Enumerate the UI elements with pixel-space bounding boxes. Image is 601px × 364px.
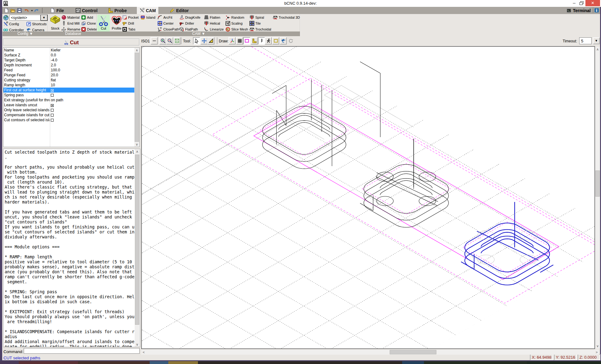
canvas-hscrollbar-thumb[interactable] (390, 350, 436, 354)
ribbon-closepath-button[interactable]: ClosePath (157, 27, 179, 32)
ribbon-arcfit-button[interactable]: ArcFit (157, 15, 172, 20)
command-input[interactable] (24, 348, 140, 354)
prop-row-first-cut-at-surface-height[interactable]: First cut at surface height✕ (3, 88, 135, 93)
prop-row-name[interactable]: NameKiefer (3, 48, 135, 53)
ribbon-flatten-button[interactable]: Flatten (204, 15, 220, 20)
ribbon-tile-button[interactable]: Tile (249, 21, 261, 26)
zoom-fit-button[interactable] (173, 37, 180, 45)
prop-row-leave-islands-uncut[interactable]: Leave islands uncut✕ (3, 103, 135, 108)
ribbon-clone-button[interactable]: Clone (81, 21, 96, 26)
close-button[interactable]: ✕ (585, 0, 600, 6)
ribbon-add-button[interactable]: Add (81, 15, 93, 20)
ribbon-flatpath-button[interactable]: FlatPath (179, 27, 198, 32)
prop-row-exit-strategy-usefull-for-threads[interactable]: Exit strategy (usefull for threads)on pa… (3, 98, 135, 103)
draw-grid-button[interactable] (236, 37, 243, 45)
minimize-button[interactable]: – (570, 0, 579, 6)
undo-dropdown[interactable] (30, 9, 34, 14)
tab-cam[interactable]: CAM (137, 7, 158, 14)
ribbon-rename-button[interactable]: aeRename (61, 27, 80, 32)
move-tool-button[interactable] (200, 37, 208, 45)
prop-checkbox[interactable] (51, 117, 54, 122)
ribbon-pocket-button[interactable]: Pocket (122, 15, 139, 20)
prop-checkbox[interactable]: ✕ (51, 103, 54, 108)
ribbon-dragknife-button[interactable]: DragKnife (179, 15, 200, 20)
ribbon-delete-button[interactable]: Delete (81, 27, 97, 32)
prop-scrollbar-thumb[interactable] (135, 53, 139, 142)
ribbon-scaling-button[interactable]: Scaling (225, 21, 243, 26)
help-scrollbar-thumb[interactable] (135, 155, 139, 325)
ribbon-random-button[interactable]: Random (225, 15, 244, 20)
ribbon-trochoidal-button[interactable]: Trochoidal (249, 27, 271, 32)
config-group-label[interactable]: Config ▼ (2, 31, 48, 36)
prop-row-spring-pass[interactable]: Spring pass (3, 93, 135, 98)
ribbon-drill-button[interactable]: Drill (122, 21, 134, 26)
zoom-out-button[interactable] (166, 37, 173, 45)
draw-paths-button[interactable] (258, 37, 265, 45)
canvas-vscrollbar[interactable]: ∧∨ (595, 47, 600, 348)
timeout-input[interactable]: 5 (579, 37, 592, 44)
draw-margin-button[interactable] (243, 37, 250, 45)
canvas-hscrollbar-arrow[interactable]: > (594, 350, 599, 355)
canvas-vscrollbar-arrow[interactable]: ∧ (595, 47, 600, 52)
help-scrollbar[interactable]: ∧∨ (135, 149, 140, 347)
prop-row-depth-increment[interactable]: Depth Increment2.0 (3, 63, 135, 68)
prop-scrollbar-arrow[interactable]: ∨ (134, 142, 139, 147)
prop-scrollbar-arrow[interactable]: ∧ (134, 48, 139, 53)
cam-group-label[interactable]: CAM ▼ (98, 31, 300, 36)
prop-row-cut-contours-of-selected-islands[interactable]: Cut contours of selected islands (3, 117, 135, 122)
prop-row-ramp-length[interactable]: Ramp length10 (3, 83, 135, 88)
ribbon-end-mill-button[interactable]: End Mill (61, 21, 79, 26)
prop-row-surface-z[interactable]: Surface Z0.0 (3, 53, 135, 58)
system-combobox[interactable]: <system> (9, 15, 41, 21)
draw-axes-button[interactable] (228, 37, 236, 45)
info-button[interactable] (594, 8, 599, 13)
prop-checkbox[interactable] (51, 93, 54, 98)
ribbon-tabs-button[interactable]: Tabs (122, 27, 135, 32)
ribbon-slice-mesh-button[interactable]: Slice Mesh (225, 27, 248, 32)
cnc-canvas[interactable] (141, 46, 595, 349)
ribbon-spiral-button[interactable]: Spiral (249, 15, 264, 20)
ribbon-island-button[interactable]: Island (140, 15, 155, 20)
prop-row-compensate-islands-for-cutter-radius[interactable]: Compensate islands for cutter radius (3, 113, 135, 117)
redo-button[interactable] (34, 8, 41, 13)
ribbon-stock-button[interactable]: Stock (50, 15, 61, 31)
tab-editor[interactable]: Editor (167, 7, 191, 14)
tab-file[interactable]: File (47, 7, 66, 14)
canvas-hscrollbar[interactable]: <> (141, 350, 599, 355)
ribbon-trochoidal-3d-button[interactable]: Trochoidal 3D (273, 15, 300, 20)
system-combobox-dropdown[interactable]: ▼ (41, 15, 48, 21)
ribbon-shortcuts-button[interactable]: Shortcuts (26, 22, 46, 26)
prop-checkbox[interactable] (51, 108, 54, 113)
ribbon-helical-button[interactable]: Helical (204, 21, 220, 26)
ribbon-linearize-button[interactable]: Linearize (204, 27, 224, 32)
database-group-label[interactable]: Database (49, 31, 98, 36)
prop-scrollbar[interactable]: ∧∨ (134, 48, 139, 147)
ruler-tool-button[interactable] (207, 37, 214, 45)
view-collapse-button[interactable] (151, 37, 158, 45)
terminal-button[interactable]: Terminal (566, 7, 591, 13)
tab-probe[interactable]: Probe (105, 7, 129, 14)
ribbon-driller-button[interactable]: Driller (179, 21, 194, 26)
draw-camera-button[interactable] (280, 37, 287, 45)
ribbon-config-button[interactable]: Config (3, 22, 19, 26)
prop-row-target-depth[interactable]: Target Depth-4.0 (3, 58, 135, 63)
prop-row-only-leave-selected-islands-uncut[interactable]: Only leave selected islands uncut (3, 108, 135, 113)
draw-workarea-button[interactable] (272, 37, 279, 45)
ribbon-profile-button[interactable]: Profile (110, 15, 123, 31)
ribbon-center-button[interactable]: Center (157, 21, 174, 26)
open-button[interactable] (10, 8, 17, 13)
ribbon-material-button[interactable]: Material (61, 15, 79, 20)
canvas-hscrollbar-arrow[interactable]: < (141, 350, 146, 355)
ribbon-cut-button[interactable]: Cut (97, 15, 110, 31)
new-file-button[interactable] (4, 8, 9, 13)
draw-refresh-button[interactable] (287, 37, 294, 45)
prop-row-feed[interactable]: Feed100.0 (3, 68, 135, 73)
select-tool-button[interactable] (193, 37, 200, 45)
canvas-vscrollbar-arrow[interactable]: ∨ (595, 343, 600, 348)
prop-checkbox[interactable] (51, 113, 54, 117)
maximize-button[interactable] (578, 0, 586, 6)
prop-checkbox[interactable]: ✕ (51, 88, 54, 93)
draw-probe-button[interactable] (251, 37, 258, 45)
save-button[interactable] (17, 8, 23, 13)
timeout-dropdown[interactable]: ▼ (593, 37, 600, 44)
